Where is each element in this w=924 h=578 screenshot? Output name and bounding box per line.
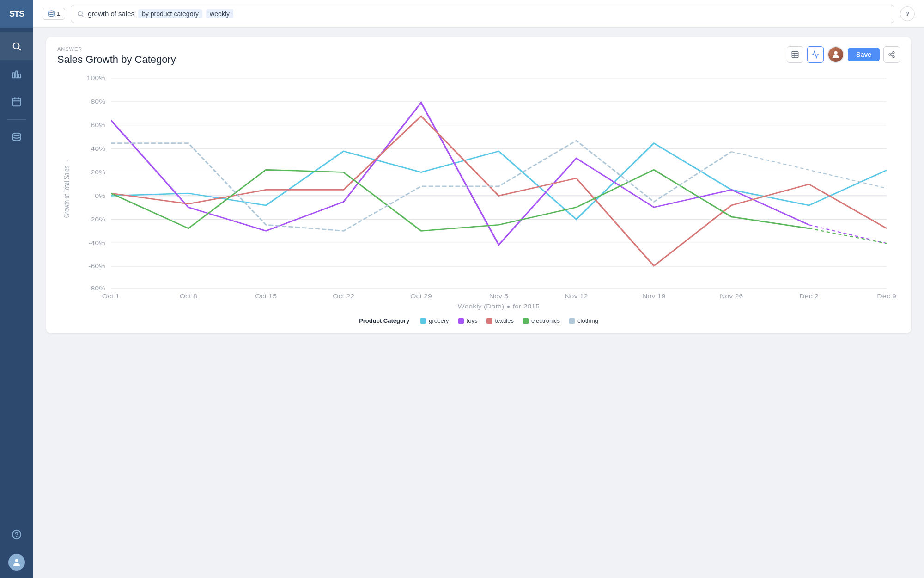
svg-rect-3 [16,71,18,78]
sidebar: STS [0,0,33,578]
app-logo[interactable]: STS [0,0,33,28]
svg-text:80%: 80% [91,98,105,105]
clothing-label: clothing [578,317,598,324]
search-bar[interactable]: growth of sales by product category week… [71,5,894,23]
legend-grocery: grocery [420,317,449,324]
toys-label: toys [467,317,478,324]
svg-text:Dec 2: Dec 2 [799,293,819,300]
chart-view-button[interactable] [807,46,824,63]
toys-dashed [809,225,887,243]
search-icon [77,10,84,18]
card-title-area: ANSWER Sales Growth by Category [57,46,176,66]
svg-text:Dec 9: Dec 9 [877,293,896,300]
legend-clothing: clothing [569,317,598,324]
share-icon [888,51,895,58]
chart-container: 100% 80% 60% 40% 20% 0% -20% -40% [57,73,900,314]
svg-point-22 [893,51,894,53]
sidebar-item-help[interactable] [0,521,33,548]
svg-text:60%: 60% [91,122,105,129]
electronics-dashed [809,228,887,244]
save-button[interactable]: Save [848,48,880,61]
legend-title: Product Category [359,317,409,324]
legend-electronics: electronics [523,317,560,324]
textiles-swatch [486,318,492,324]
svg-text:100%: 100% [87,75,106,81]
svg-text:40%: 40% [91,146,105,152]
svg-line-25 [891,55,893,56]
search-chip-weekly[interactable]: weekly [206,9,233,18]
svg-point-24 [893,56,894,58]
svg-text:20%: 20% [91,169,105,176]
electronics-label: electronics [531,317,560,324]
svg-point-23 [889,54,891,55]
svg-text:Nov 26: Nov 26 [720,293,743,300]
content-area: ANSWER Sales Growth by Category [33,28,924,578]
topbar: 1 growth of sales by product category we… [33,0,924,28]
svg-line-1 [18,48,20,50]
clothing-swatch [569,318,575,324]
svg-text:-80%: -80% [88,285,105,292]
search-text-main: growth of sales [88,10,134,18]
avatar-icon [831,49,841,60]
search-input[interactable] [237,10,888,18]
svg-text:-60%: -60% [88,263,105,270]
svg-rect-2 [13,73,15,78]
search-chip-category[interactable]: by product category [138,9,202,18]
svg-text:Oct 8: Oct 8 [180,293,197,300]
svg-text:0%: 0% [95,193,105,199]
grocery-label: grocery [429,317,449,324]
svg-text:-20%: -20% [88,216,105,223]
svg-text:Nov 12: Nov 12 [565,293,588,300]
sidebar-bottom [0,521,33,578]
chart-svg: 100% 80% 60% 40% 20% 0% -20% -40% [57,73,900,314]
toys-swatch [458,318,464,324]
answer-label: ANSWER [57,46,176,52]
sidebar-user-avatar[interactable] [8,554,25,571]
grocery-swatch [420,318,426,324]
clothing-dashed [731,152,887,188]
sidebar-item-calendar[interactable] [0,88,33,116]
query-count-number: 1 [57,10,60,17]
svg-text:Nov 5: Nov 5 [489,293,509,300]
chart-legend: Product Category grocery toys textiles e… [57,317,900,324]
card-title: Sales Growth by Category [57,54,176,66]
sidebar-item-search[interactable] [0,32,33,60]
sidebar-item-database[interactable] [0,123,33,151]
electronics-line [111,170,809,231]
sidebar-nav [0,32,33,521]
textiles-label: textiles [495,317,513,324]
svg-rect-16 [792,51,799,58]
answer-card: ANSWER Sales Growth by Category [46,37,911,333]
svg-text:-40%: -40% [88,240,105,246]
svg-line-15 [82,15,83,17]
svg-text:Weekly (Date) ● for 2015: Weekly (Date) ● for 2015 [458,303,540,310]
table-view-button[interactable] [787,46,803,63]
svg-point-9 [13,133,21,136]
card-actions: Save [787,46,900,63]
svg-point-14 [78,11,82,15]
svg-line-26 [891,53,893,54]
sidebar-item-barchart[interactable] [0,60,33,88]
query-count-badge[interactable]: 1 [43,8,65,20]
svg-text:Oct 22: Oct 22 [333,293,354,300]
card-header: ANSWER Sales Growth by Category [57,46,900,66]
user-avatar[interactable] [827,46,844,63]
svg-point-21 [834,51,838,55]
svg-text:Oct 15: Oct 15 [255,293,277,300]
legend-toys: toys [458,317,478,324]
electronics-swatch [523,318,529,324]
legend-textiles: textiles [486,317,513,324]
line-chart-icon [811,50,820,59]
svg-rect-5 [13,98,21,106]
svg-point-13 [49,11,54,12]
svg-text:Oct 1: Oct 1 [102,293,120,300]
table-icon [791,50,799,59]
svg-rect-4 [19,74,21,78]
svg-text:Nov 19: Nov 19 [642,293,666,300]
main-area: 1 growth of sales by product category we… [33,0,924,578]
database-icon [48,10,55,18]
share-button[interactable] [883,46,900,63]
help-button[interactable]: ? [900,6,915,21]
svg-text:Oct 29: Oct 29 [410,293,432,300]
svg-text:Growth of Total Sales →: Growth of Total Sales → [62,159,71,218]
